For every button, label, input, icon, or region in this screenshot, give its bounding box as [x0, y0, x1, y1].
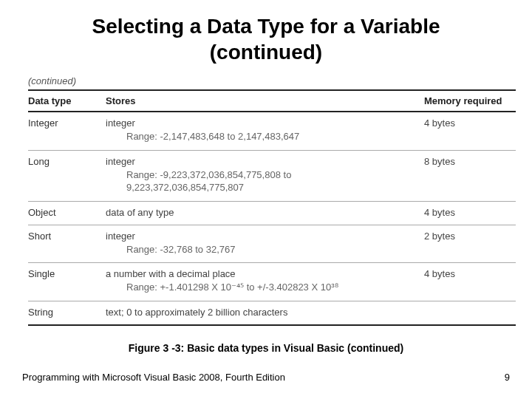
cell-stores-main: integer [106, 156, 398, 167]
footer-text: Programming with Microsoft Visual Basic … [22, 372, 285, 383]
cell-datatype: Object [28, 207, 106, 218]
figure-caption: Figure 3 -3: Basic data types in Visual … [21, 342, 511, 354]
cell-datatype: String [28, 307, 106, 318]
cell-stores: integer Range: -2,147,483,648 to 2,147,4… [106, 117, 398, 143]
slide: Selecting a Data Type for a Variable (co… [0, 0, 532, 399]
slide-footer: Programming with Microsoft Visual Basic … [22, 372, 510, 383]
cell-stores-range: Range: +-1.401298 X 10⁻⁴⁵ to +/-3.402823… [106, 281, 398, 294]
cell-memory: 4 bytes [398, 117, 516, 129]
col-header-datatype: Data type [28, 95, 106, 106]
cell-stores: text; 0 to approximately 2 billion chara… [106, 307, 398, 318]
cell-memory: 2 bytes [398, 231, 516, 242]
cell-datatype: Single [28, 268, 106, 279]
cell-stores: integer Range: -32,768 to 32,767 [106, 231, 398, 256]
continued-note: (continued) [28, 75, 511, 86]
table-row: String text; 0 to approximately 2 billio… [28, 301, 516, 326]
cell-stores-main: integer [106, 231, 398, 242]
table-row: Long integer Range: -9,223,372,036,854,7… [28, 151, 516, 202]
cell-stores-main: a number with a decimal place [106, 268, 398, 279]
data-type-table: Data type Stores Memory required Integer… [28, 89, 516, 326]
table-row: Short integer Range: -32,768 to 32,767 2… [28, 225, 516, 264]
cell-stores: data of any type [106, 207, 398, 218]
title-line-1: Selecting a Data Type for a Variable [92, 15, 440, 38]
cell-stores-range: Range: -32,768 to 32,767 [106, 243, 398, 256]
page-title: Selecting a Data Type for a Variable (co… [21, 13, 511, 65]
cell-stores: integer Range: -9,223,372,036,854,775,80… [106, 156, 398, 194]
page-number: 9 [505, 372, 510, 383]
table-row: Single a number with a decimal place Ran… [28, 263, 516, 301]
cell-stores-main: integer [106, 117, 398, 129]
table-row: Integer integer Range: -2,147,483,648 to… [28, 112, 516, 151]
table-row: Object data of any type 4 bytes [28, 202, 516, 225]
cell-datatype: Short [28, 231, 106, 242]
col-header-memory: Memory required [398, 95, 516, 106]
cell-stores-main: text; 0 to approximately 2 billion chara… [106, 307, 398, 318]
cell-memory: 4 bytes [398, 207, 516, 218]
cell-memory: 4 bytes [398, 268, 516, 279]
title-line-2: (continued) [210, 41, 322, 64]
cell-stores-main: data of any type [106, 207, 398, 218]
cell-datatype: Long [28, 156, 106, 167]
cell-memory: 8 bytes [398, 156, 516, 167]
col-header-stores: Stores [106, 95, 398, 106]
cell-datatype: Integer [28, 117, 106, 129]
cell-stores: a number with a decimal place Range: +-1… [106, 268, 398, 294]
cell-stores-range: Range: -9,223,372,036,854,775,808 to 9,2… [106, 168, 398, 194]
table-header-row: Data type Stores Memory required [28, 89, 516, 112]
cell-stores-range: Range: -2,147,483,648 to 2,147,483,647 [106, 130, 398, 143]
